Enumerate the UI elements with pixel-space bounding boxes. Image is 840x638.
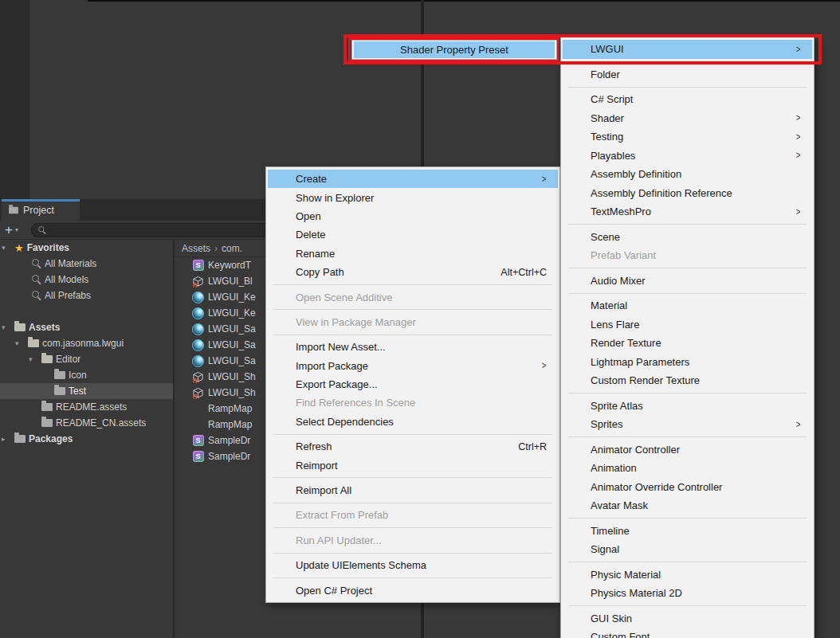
tree-item-all-materials[interactable]: All Materials (0, 256, 174, 272)
menu-item-custom-render-texture[interactable]: Custom Render Texture (563, 371, 812, 390)
script-asset-icon: S (193, 451, 204, 462)
menu-item-select-dependencies[interactable]: Select Dependencies (268, 413, 558, 431)
tree-item-icon[interactable]: Icon (0, 367, 174, 383)
menu-item-animator-override-controller[interactable]: Animator Override Controller (563, 478, 812, 497)
menu-item-open-c-project[interactable]: Open C# Project (268, 581, 558, 599)
menu-item-copy-path[interactable]: Copy PathAlt+Ctrl+C (268, 263, 558, 281)
create-dropdown-caret-icon[interactable]: ▾ (15, 226, 18, 233)
menu-item-animation[interactable]: Animation (563, 459, 812, 478)
menu-separator (273, 577, 552, 578)
menu-item-label: Reimport All (296, 484, 351, 496)
menu-item-rename[interactable]: Rename (268, 245, 558, 263)
menu-item-avatar-mask[interactable]: Avatar Mask (563, 496, 812, 515)
menu-item-playables[interactable]: Playables> (563, 147, 812, 166)
menu-item-render-texture[interactable]: Render Texture (563, 334, 812, 353)
file-item-label: LWGUI_Bl (208, 276, 253, 287)
breadcrumb-segment-assets[interactable]: Assets (182, 243, 210, 254)
menu-item-label: C# Script (591, 93, 633, 105)
menu-separator (273, 434, 552, 435)
chevron-down-icon[interactable]: ▾ (2, 323, 14, 331)
tree-item-favorites[interactable]: ▾★Favorites (0, 240, 174, 256)
tree-item-assets[interactable]: ▾Assets (0, 319, 174, 335)
shader-property-preset-label: Shader Property Preset (400, 44, 508, 56)
menu-item-signal[interactable]: Signal (563, 540, 812, 559)
menu-item-custom-font[interactable]: Custom Font (563, 628, 812, 638)
menu-item-label: Rename (296, 248, 335, 260)
active-tab-accent (2, 199, 80, 202)
tab-project[interactable]: Project (2, 199, 80, 221)
file-icon-slot: S (192, 435, 204, 447)
breadcrumb-separator-icon: › (214, 243, 218, 254)
menu-item-material[interactable]: Material (563, 296, 812, 315)
menu-item-physics-material-2d[interactable]: Physics Material 2D (563, 584, 812, 603)
tree-item-readme-assets[interactable]: README.assets (0, 399, 174, 415)
menu-item-textmeshpro[interactable]: TextMeshPro> (563, 202, 812, 221)
menu-item-gui-skin[interactable]: GUI Skin (563, 609, 812, 628)
chevron-right-icon[interactable]: ▸ (2, 435, 14, 443)
menu-item-label: LWGUI (591, 43, 624, 55)
tree-item-label: Icon (69, 370, 87, 381)
menu-item-refresh[interactable]: RefreshCtrl+R (268, 437, 558, 456)
tree-item-packages[interactable]: ▸Packages (0, 431, 174, 447)
tree-item-com-jasonma-lwgui[interactable]: ▾com.jasonma.lwgui (0, 335, 174, 351)
menu-item-run-api-updater: Run API Updater... (268, 531, 558, 550)
file-item-label: KeywordT (208, 260, 251, 271)
tree-item-readme-cn-assets[interactable]: README_CN.assets (0, 415, 174, 431)
menu-item-lens-flare[interactable]: Lens Flare (563, 315, 812, 335)
menu-item-update-uielements-schema[interactable]: Update UIElements Schema (268, 556, 558, 574)
breadcrumb-segment-package[interactable]: com. (222, 243, 242, 254)
menu-item-label: Playables (591, 150, 635, 162)
menu-item-label: Audio Mixer (591, 275, 646, 287)
menu-item-label: Assembly Definition Reference (591, 187, 732, 199)
menu-item-label: Lens Flare (591, 319, 639, 331)
menu-item-label: Animator Override Controller (591, 481, 722, 493)
menu-item-shader-property-preset[interactable]: Shader Property Preset (354, 41, 555, 58)
menu-item-show-in-explorer[interactable]: Show in Explorer (268, 188, 558, 206)
menu-item-physic-material[interactable]: Physic Material (563, 566, 812, 585)
menu-item-timeline[interactable]: Timeline (563, 522, 812, 541)
menu-item-reimport-all[interactable]: Reimport All (268, 481, 558, 499)
unity-editor-window: Project + ▾ ▾★FavoritesAll MaterialsAll … (0, 0, 840, 638)
menu-item-shader[interactable]: Shader> (563, 109, 812, 128)
file-item-label: LWGUI_Ke (208, 307, 256, 319)
menu-item-reimport[interactable]: Reimport (268, 456, 558, 474)
menu-item-assembly-definition-reference[interactable]: Assembly Definition Reference (563, 184, 812, 203)
tree-item-test[interactable]: Test (0, 383, 174, 399)
menu-item-lwgui[interactable]: LWGUI> (563, 40, 812, 59)
file-icon-slot (192, 323, 204, 335)
menu-item-lightmap-parameters[interactable]: Lightmap Parameters (563, 353, 812, 372)
create-plus-icon[interactable]: + (5, 223, 13, 237)
menu-item-label: Timeline (591, 525, 630, 537)
menu-item-open[interactable]: Open (268, 207, 558, 225)
svg-text:{}: {} (192, 377, 197, 383)
menu-item-open-scene-additive: Open Scene Additive (268, 288, 558, 306)
menu-item-folder[interactable]: Folder (563, 65, 812, 84)
tree-item-all-models[interactable]: All Models (0, 272, 174, 288)
menu-separator (273, 309, 552, 310)
menu-item-import-new-asset[interactable]: Import New Asset... (268, 338, 558, 356)
project-tab-label: Project (23, 205, 54, 216)
menu-item-delete[interactable]: Delete (268, 225, 558, 244)
tree-item-editor[interactable]: ▾Editor (0, 351, 174, 367)
tree-item-all-prefabs[interactable]: All Prefabs (0, 288, 174, 303)
chevron-down-icon[interactable]: ▾ (15, 339, 28, 347)
menu-item-export-package[interactable]: Export Package... (268, 375, 558, 393)
menu-item-sprites[interactable]: Sprites> (563, 415, 812, 434)
menu-item-label: Scene (591, 231, 620, 243)
menu-item-create[interactable]: Create> (268, 170, 558, 188)
menu-item-c-script[interactable]: C# Script (563, 90, 812, 109)
menu-item-sprite-atlas[interactable]: Sprite Atlas (563, 397, 812, 416)
submenu-arrow-icon: > (796, 150, 801, 161)
menu-item-animator-controller[interactable]: Animator Controller (563, 440, 812, 460)
menu-separator (568, 436, 807, 437)
menu-separator (568, 393, 807, 393)
menu-separator (568, 61, 807, 62)
menu-item-audio-mixer[interactable]: Audio Mixer (563, 272, 812, 291)
menu-item-scene[interactable]: Scene (563, 228, 812, 247)
menu-item-assembly-definition[interactable]: Assembly Definition (563, 165, 812, 184)
menu-item-testing[interactable]: Testing> (563, 127, 812, 147)
menu-item-import-package[interactable]: Import Package> (268, 357, 558, 375)
chevron-down-icon[interactable]: ▾ (29, 355, 41, 363)
folder-open-icon (41, 355, 53, 363)
chevron-down-icon[interactable]: ▾ (2, 244, 14, 252)
